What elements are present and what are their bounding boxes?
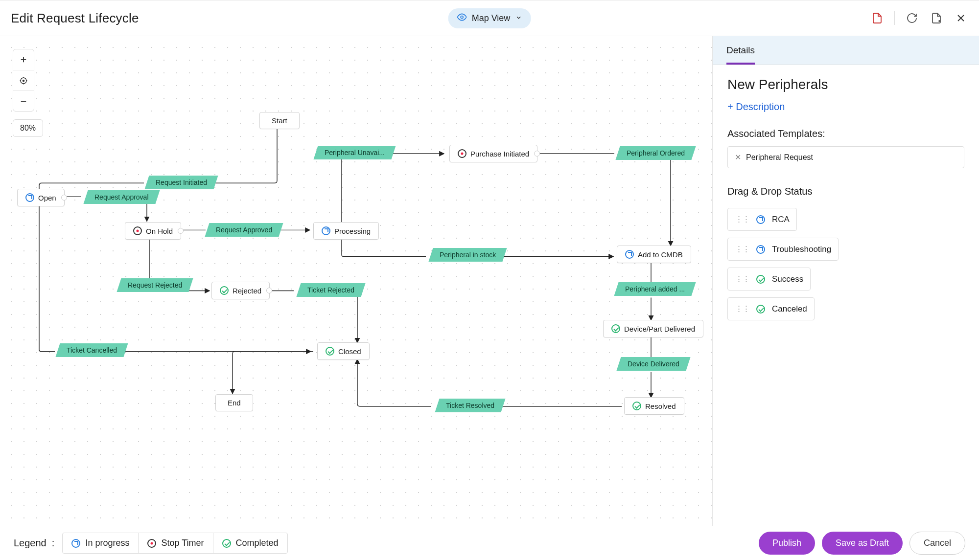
complete-icon: [611, 324, 620, 333]
node-purchase[interactable]: Purchase Initiated: [449, 145, 537, 162]
stop-timer-icon: [147, 539, 156, 548]
trans-req-approved[interactable]: Request Approved: [205, 223, 283, 237]
node-end[interactable]: End: [215, 394, 253, 411]
trans-req-initiated[interactable]: Request Initiated: [144, 176, 218, 189]
trans-ticket-resolved[interactable]: Ticket Resolved: [435, 399, 505, 412]
connectors: [0, 36, 712, 526]
progress-icon: [25, 193, 34, 202]
svg-point-8: [23, 80, 24, 81]
progress-icon: [71, 539, 80, 548]
page-title: Edit Request Lifecycle: [11, 11, 139, 26]
grip-icon: ⋮⋮: [735, 304, 749, 314]
divider: [894, 11, 895, 25]
close-icon[interactable]: [954, 11, 968, 25]
node-closed[interactable]: Closed: [317, 342, 370, 360]
view-toggle-label: Map View: [472, 13, 511, 23]
progress-icon: [625, 250, 634, 259]
canvas[interactable]: 80%: [0, 36, 712, 526]
details-sidebar: Details New Peripherals + Description As…: [712, 36, 979, 526]
complete-icon: [632, 402, 641, 410]
zoom-in-button[interactable]: [13, 49, 34, 70]
node-open[interactable]: Open: [17, 189, 65, 206]
legend-in-progress: In progress: [63, 533, 138, 553]
trans-device-delivered[interactable]: Device Delivered: [616, 357, 690, 371]
status-item-troubleshooting[interactable]: ⋮⋮ Troubleshooting: [727, 238, 839, 261]
node-start[interactable]: Start: [259, 112, 300, 129]
complete-icon: [756, 305, 765, 314]
progress-icon: [322, 226, 330, 235]
node-rejected[interactable]: Rejected: [211, 282, 270, 299]
trans-ticket-cancelled[interactable]: Ticket Cancelled: [55, 343, 128, 357]
grip-icon: ⋮⋮: [735, 244, 749, 254]
header: Edit Request Lifecycle Map View: [0, 0, 979, 36]
sidebar-tabs: Details: [713, 36, 979, 65]
grip-icon: ⋮⋮: [735, 214, 749, 224]
chevron-down-icon: [515, 13, 522, 23]
stop-timer-icon: [458, 149, 466, 158]
complete-icon: [326, 347, 334, 356]
grip-icon: ⋮⋮: [735, 274, 749, 284]
legend-label: Legend :: [14, 538, 54, 549]
svg-point-0: [461, 16, 463, 18]
save-draft-button[interactable]: Save as Draft: [822, 532, 903, 555]
trans-periph-instock[interactable]: Peripheral in stock: [428, 248, 507, 262]
trans-ticket-rejected[interactable]: Ticket Rejected: [296, 283, 365, 297]
trans-req-approval[interactable]: Request Approval: [83, 190, 160, 204]
stop-timer-icon: [133, 226, 142, 235]
node-addcmdb[interactable]: Add to CMDB: [617, 246, 691, 263]
node-onhold[interactable]: On Hold: [125, 222, 181, 240]
trans-periph-unavail[interactable]: Peripheral Unavai...: [313, 146, 396, 159]
node-resolved[interactable]: Resolved: [624, 397, 684, 415]
footer: Legend : In progress Stop Timer Complete…: [0, 526, 979, 560]
status-item-rca[interactable]: ⋮⋮ RCA: [727, 208, 797, 231]
template-chip-label: Peripheral Request: [746, 153, 813, 162]
zoom-fit-button[interactable]: [13, 70, 34, 90]
legend-stop-timer: Stop Timer: [138, 533, 212, 553]
tab-details[interactable]: Details: [726, 36, 755, 65]
node-delivered[interactable]: Device/Part Delivered: [603, 320, 703, 337]
status-item-success[interactable]: ⋮⋮ Success: [727, 268, 811, 291]
status-item-canceled[interactable]: ⋮⋮ Canceled: [727, 297, 815, 320]
new-page-icon[interactable]: [929, 11, 944, 25]
legend-completed: Completed: [213, 533, 287, 553]
trans-periph-ordered[interactable]: Peripheral Ordered: [615, 146, 696, 160]
zoom-out-button[interactable]: [13, 90, 34, 111]
progress-icon: [756, 245, 765, 254]
complete-icon: [756, 275, 765, 284]
template-chip[interactable]: ✕ Peripheral Request: [727, 146, 964, 168]
publish-button[interactable]: Publish: [759, 532, 815, 555]
lifecycle-title: New Peripherals: [727, 77, 964, 92]
view-toggle[interactable]: Map View: [448, 8, 531, 28]
trans-periph-added[interactable]: Peripheral added ...: [614, 282, 696, 296]
trans-req-rejected[interactable]: Request Rejected: [117, 278, 193, 292]
eye-icon: [457, 12, 467, 24]
progress-icon: [756, 215, 765, 224]
cancel-button[interactable]: Cancel: [909, 532, 965, 555]
node-processing[interactable]: Processing: [313, 222, 379, 240]
zoom-level: 80%: [13, 119, 43, 137]
add-description-button[interactable]: + Description: [727, 101, 785, 112]
complete-icon: [220, 286, 229, 295]
pdf-icon[interactable]: [870, 11, 885, 25]
zoom-controls: [13, 49, 34, 112]
associated-templates-label: Associated Templates:: [727, 128, 964, 139]
remove-chip-icon[interactable]: ✕: [735, 153, 741, 162]
complete-icon: [222, 539, 231, 548]
drag-drop-label: Drag & Drop Status: [727, 186, 964, 197]
refresh-icon[interactable]: [905, 11, 919, 25]
legend-box: In progress Stop Timer Completed: [62, 533, 287, 554]
